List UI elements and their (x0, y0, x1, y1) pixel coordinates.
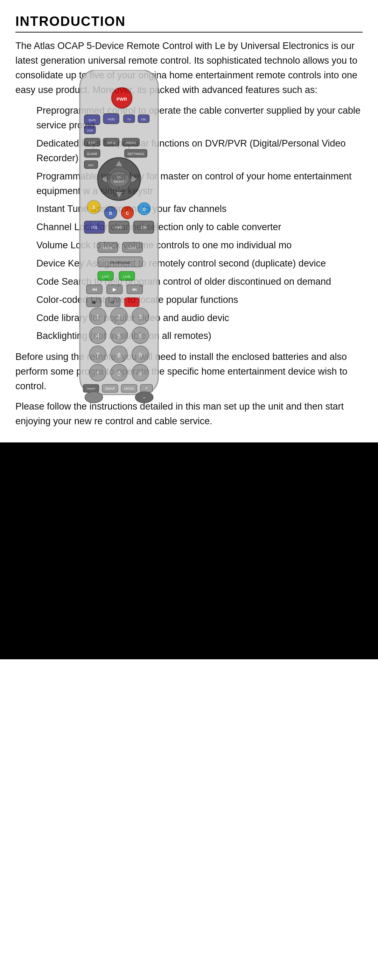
list-item: Instant Tune assignment to your fav chan… (37, 202, 363, 216)
device-key-label: Device Key (37, 258, 85, 269)
closing-paragraph-2: Please follow the instructions detailed … (15, 399, 363, 429)
intro-paragraph: The Atlas OCAP 5-Device Remote Control w… (15, 39, 363, 97)
black-section (0, 442, 378, 659)
list-item: Backlighting (not available on all remot… (37, 329, 363, 344)
page-title: INTRODUCTION (15, 14, 363, 32)
list-item: Dedicated keys for popular functions on … (37, 137, 363, 166)
list-item: Code Search to help program control of o… (37, 275, 363, 289)
feature-list: Preprogrammed control to operate the cab… (15, 103, 363, 344)
list-item: Preprogrammed control to operate the cab… (37, 103, 363, 133)
page-content: INTRODUCTION The Atlas OCAP 5-Device Rem… (0, 0, 378, 428)
closing-paragraph-1: Before using the remote, you will need t… (15, 350, 363, 394)
list-item: Programmable power key for master on con… (37, 169, 363, 199)
list-item: Channel Lock for channel selection only … (37, 220, 363, 235)
list-item: Volume Lock to lock volume controls to o… (37, 238, 363, 253)
list-item: Color-coded List Live to locate popular … (37, 293, 363, 307)
list-item: Device Key Assignment to remotely contro… (37, 256, 363, 271)
list-item: Code library for popular video and audio… (37, 311, 363, 326)
